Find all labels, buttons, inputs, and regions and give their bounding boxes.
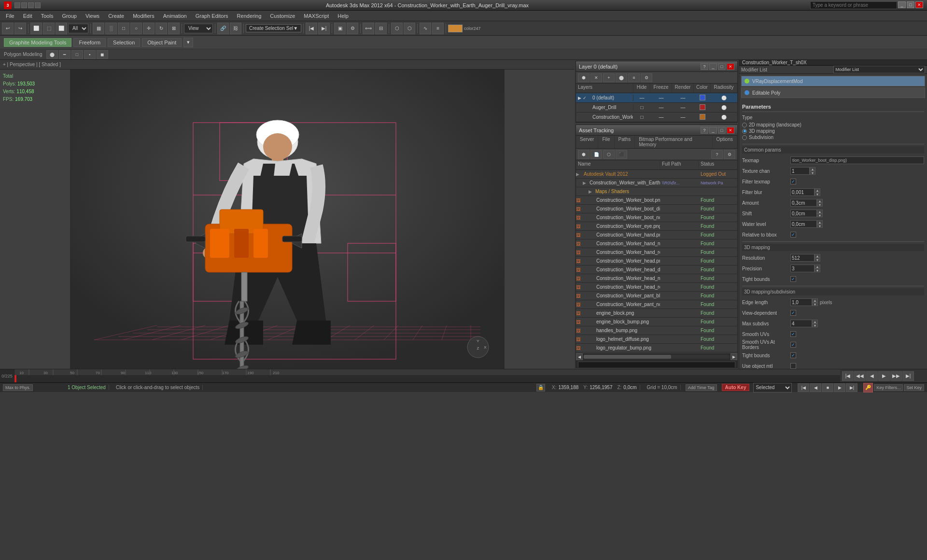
selected-dropdown[interactable]: Selected xyxy=(753,383,792,392)
modifier-item-0[interactable]: VRayDisplacementMod xyxy=(741,76,925,86)
nav-btn2[interactable]: ◀ xyxy=(810,383,821,392)
modifier-item-1[interactable]: Editable Poly xyxy=(741,87,925,98)
use-object-mtl-check[interactable] xyxy=(790,363,796,369)
layer-btn4[interactable]: ⬤ xyxy=(616,73,627,82)
titlebar-btn2[interactable] xyxy=(21,2,27,8)
prec-up[interactable]: ▲ xyxy=(815,265,820,268)
asset-tab-bitmap[interactable]: Bitmap Performance and Memory xyxy=(635,136,712,148)
layer-freeze-0[interactable]: — xyxy=(650,95,672,100)
max-subdivs-input[interactable] xyxy=(790,320,812,327)
asset-file-row-5[interactable]: 🖼 Construction_Worker_hand_norm.png Foun… xyxy=(576,239,737,248)
water-level-dn[interactable]: ▼ xyxy=(817,224,823,228)
object-paint-tab[interactable]: Object Paint xyxy=(142,38,182,47)
smooth-borders-check[interactable]: ✓ xyxy=(790,342,796,348)
color-swatch[interactable] xyxy=(448,25,463,32)
edge-length-input[interactable] xyxy=(790,298,812,306)
prec-dn[interactable]: ▼ xyxy=(815,268,820,272)
subdivision-group[interactable]: 3D mapping/subdivision xyxy=(742,288,924,295)
asset-search-input[interactable] xyxy=(578,362,735,368)
poly-edge-btn[interactable]: ━ xyxy=(59,50,70,59)
minimize-button[interactable]: _ xyxy=(898,1,906,8)
max-to-phys-btn[interactable]: Max to Phys. xyxy=(3,384,33,391)
timeline-cursor[interactable] xyxy=(14,375,16,382)
layer-color-2[interactable] xyxy=(694,114,711,121)
layer-expand-0[interactable]: ▶ xyxy=(576,96,583,100)
close-button[interactable]: ✕ xyxy=(915,1,923,8)
shift-dn[interactable]: ▼ xyxy=(817,213,823,217)
layer-render-0[interactable]: — xyxy=(672,95,694,100)
texture-chan-dn[interactable]: ▼ xyxy=(810,171,815,175)
menu-create[interactable]: Create xyxy=(104,12,128,20)
selection-filter-dropdown[interactable]: All xyxy=(68,24,88,33)
common-params-group[interactable]: Common params xyxy=(742,146,924,154)
scroll-left-btn[interactable]: ◀ xyxy=(576,353,583,360)
amount-dn[interactable]: ▼ xyxy=(817,203,823,207)
layer-min-btn[interactable]: _ xyxy=(709,63,717,70)
asset-scrollbar[interactable]: ◀ ▶ xyxy=(576,353,737,360)
prev-frame-btn[interactable]: |◀ xyxy=(842,371,854,381)
lock-btn[interactable]: 🔒 xyxy=(536,384,545,392)
scroll-right-btn[interactable]: ▶ xyxy=(730,353,737,360)
select-region-circ[interactable]: ○ xyxy=(130,23,142,34)
view-dep-check[interactable]: ✓ xyxy=(790,310,796,316)
filter-blur-dn[interactable]: ▼ xyxy=(815,192,820,196)
maximize-button[interactable]: □ xyxy=(907,1,914,8)
menu-tools[interactable]: Tools xyxy=(37,12,57,20)
asset-close-btn[interactable]: ✕ xyxy=(727,127,734,134)
menu-help[interactable]: Help xyxy=(334,12,352,20)
layer-btn1[interactable]: ⬢ xyxy=(578,73,590,82)
asset-file-row-1[interactable]: 🖼 Construction_Worker_boot_disp.png Foun… xyxy=(576,205,737,213)
scene-explorer-btn[interactable]: ≡ xyxy=(432,23,444,34)
layer-color-1[interactable] xyxy=(694,104,711,111)
menu-customize[interactable]: Customize xyxy=(266,12,299,20)
layer-freeze-1[interactable]: — xyxy=(650,105,672,110)
asset-file-row-6[interactable]: 🖼 Construction_Worker_hand_reflect.png F… xyxy=(576,248,737,257)
asset-tab-file[interactable]: File xyxy=(598,136,614,148)
ms-up[interactable]: ▲ xyxy=(812,320,818,323)
asset-file-row-11[interactable]: 🖼 Construction_Worker_pant_bl.png Found xyxy=(576,292,737,300)
poly-element-btn[interactable]: ◼ xyxy=(97,50,108,59)
asset-file-row-0[interactable]: 🖼 Construction_Worker_boot.png Found xyxy=(576,196,737,205)
render-frame-btn[interactable]: ▣ xyxy=(334,23,346,34)
layer-row-0[interactable]: ▶ ✓ 0 (default) — — — ⚪ xyxy=(576,93,737,103)
layer-render-2[interactable]: — xyxy=(672,114,694,120)
resolution-input[interactable] xyxy=(790,254,815,262)
modifier-dropdown[interactable]: Modifier List xyxy=(833,66,926,73)
asset-btn2[interactable]: 📄 xyxy=(590,150,602,159)
shift-input[interactable] xyxy=(790,210,817,217)
viewport-3d[interactable]: Total Polys: 193,503 Verts: 110,458 FPS:… xyxy=(0,70,575,369)
type-subdiv-radio[interactable] xyxy=(742,135,747,140)
asset-row-vault[interactable]: ▶ Autodesk Vault 2012 Logged Out xyxy=(576,170,737,179)
asset-btn1[interactable]: ⬢ xyxy=(578,150,590,159)
amount-input[interactable] xyxy=(790,199,817,207)
asset-help-btn[interactable]: ? xyxy=(701,127,708,134)
play-back-btn[interactable]: ◀ xyxy=(866,371,878,381)
asset-row-maps[interactable]: ▶ Maps / Shaders xyxy=(576,187,737,196)
layer-btn6[interactable]: ⚙ xyxy=(641,73,652,82)
render-setup-btn[interactable]: ⚙ xyxy=(347,23,358,34)
view-dropdown[interactable]: View xyxy=(184,24,213,33)
autokey-btn[interactable]: Auto Key xyxy=(722,384,750,391)
layer-btn5[interactable]: ≡ xyxy=(628,73,640,82)
prev-key-btn[interactable]: ◀◀ xyxy=(854,371,866,381)
el-dn[interactable]: ▼ xyxy=(812,302,818,306)
asset-file-row-13[interactable]: 🖼 engine_block.png Found xyxy=(576,309,737,318)
play-next-btn[interactable]: ▶| xyxy=(318,23,330,34)
graphite-tab[interactable]: Graphite Modeling Tools xyxy=(4,38,71,47)
asset-file-row-14[interactable]: 🖼 engine_block_bump.png Found xyxy=(576,318,737,326)
asset-file-row-2[interactable]: 🖼 Construction_Worker_boot_norm.png Foun… xyxy=(576,213,737,222)
nav-btn1[interactable]: |◀ xyxy=(798,383,809,392)
move-btn[interactable]: ✛ xyxy=(143,23,154,34)
menu-group[interactable]: Group xyxy=(58,12,81,20)
asset-tab-server[interactable]: Server xyxy=(576,136,598,148)
el-up[interactable]: ▲ xyxy=(812,298,818,302)
texmap-display[interactable]: tion_Worker_boot_disp.png) xyxy=(790,156,924,164)
key-filters-btn[interactable]: Key Filters... xyxy=(874,384,903,391)
menu-graph-editors[interactable]: Graph Editors xyxy=(192,12,232,20)
play-fwd-btn[interactable]: ▶ xyxy=(878,371,890,381)
curve-editor-btn[interactable]: ∿ xyxy=(420,23,431,34)
schematic-view-btn[interactable]: ⬡ xyxy=(404,23,415,34)
asset-file-row-12[interactable]: 🖼 Construction_Worker_pant_norm.png Foun… xyxy=(576,300,737,309)
type-2d-option[interactable]: 2D mapping (landscape) xyxy=(742,122,924,127)
asset-btn5[interactable]: ? xyxy=(711,150,723,159)
